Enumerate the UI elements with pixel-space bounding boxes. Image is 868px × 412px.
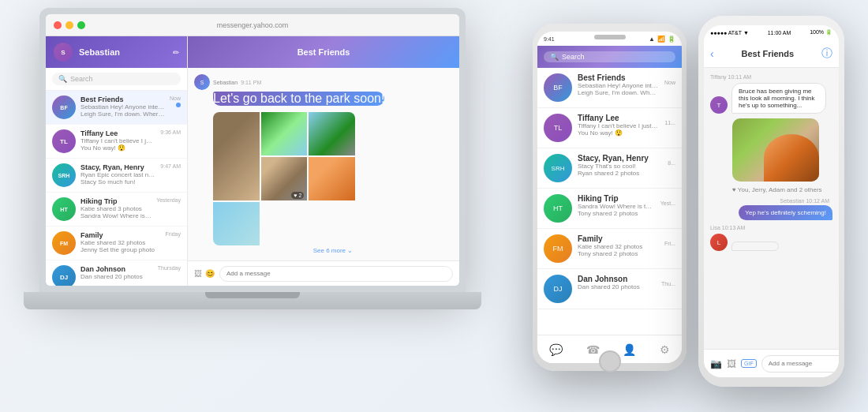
iphone2-chat-title: Best Friends [719,49,817,58]
chat-tab-icon[interactable]: 💬 [549,343,563,356]
conv-preview2: Jenny Set the group photo [80,246,161,253]
conv-preview2: Leigh Sure, I'm down. Where should... [80,110,165,118]
iphone2-statusbar: ●●●●● AT&T ▼ 11:00 AM 100% 🔋 [704,25,839,39]
laptop-body: messenger.yahoo.com S Sebastian ✏ 🔍 [39,8,466,292]
conv-info: Best Friends Sebastian Hey! Anyone inter… [80,96,165,118]
phone-conv-list: BF Best Friends Sebastian Hey! Anyone in… [537,68,682,335]
im-message-group: Tiffany 10:11 AM T Bruce has been giving… [710,74,832,114]
phone-conv-name: Hiking Trip [578,194,655,203]
conv-meta: Thursday [158,265,181,271]
emoji-icon[interactable]: 😊 [205,269,215,278]
conv-item-tiffany[interactable]: TL Tiffany Lee Tiffany I can't believe I… [46,125,187,159]
traffic-lights [54,21,85,29]
unread-badge [176,103,181,107]
call-tab-icon[interactable]: ☎ [586,343,600,356]
compose-icon[interactable]: ✏ [173,48,179,57]
phone-conv-preview2: Tony shared 2 photos [578,250,659,257]
laptop-titlebar: messenger.yahoo.com [46,14,459,36]
conv-name: Dan Johnson [80,265,153,273]
chat-messages: S Sebastian 9:11 PM Let's go back to the… [188,68,459,260]
photo-grid-container: ♥ 2 See 6 more ⌄ [213,112,453,256]
phone-conv-item-hiking[interactable]: HT Hiking Trip Sandra Wow! Where is this… [537,189,682,229]
phone-header: 🔍 Search [537,46,682,68]
conv-item-hiking[interactable]: HT Hiking Trip Katie shared 3 photos San… [46,193,187,227]
phone-conv-preview: Sebastian Hey! Anyone interested in... [578,82,659,89]
conv-meta: Yesterday [156,197,181,203]
photo-grid: ♥ 2 [213,112,355,245]
gif-button[interactable]: GIF [741,359,757,368]
phone-conv-avatar: FM [544,234,572,263]
conv-item-family[interactable]: FM Family Katie shared 32 photos Jenny S… [46,227,187,260]
phone-conv-preview2: Leigh Sure, I'm down. Where should... [578,89,659,96]
sidebar: S Sebastian ✏ 🔍 Search [46,36,188,286]
phone-conv-item-family[interactable]: FM Family Katie shared 32 photos Tony sh… [537,229,682,269]
see-more-button[interactable]: See 6 more ⌄ [213,245,453,256]
phone-conv-avatar: TL [544,114,572,142]
image-icon[interactable]: 🖼 [727,358,736,369]
phone-conv-time: Now [664,80,675,85]
message-input[interactable] [219,266,453,282]
phone-conv-preview: Dan shared 20 photos [578,283,656,290]
photo-cell-park [261,112,308,155]
image-icon[interactable]: 🖼 [194,269,202,278]
im-outgoing-time: Sebastian 10:12 AM [780,198,829,204]
conv-item-stacy[interactable]: SRH Stacy, Ryan, Henry Ryan Epic concert… [46,159,187,193]
conv-item-dan[interactable]: DJ Dan Johnson Dan shared 20 photos Thur… [46,260,187,286]
conv-time: Friday [166,231,181,237]
phone-conv-preview: Sandra Wow! Where is this Tony? [578,203,655,210]
laptop-screen: messenger.yahoo.com S Sebastian ✏ 🔍 [46,14,459,286]
back-button[interactable]: ‹ [710,47,714,60]
minimize-button[interactable] [65,21,73,29]
conv-meta: 9:47 AM [160,163,181,169]
conv-name: Stacy, Ryan, Henry [80,163,155,171]
input-icons: 🖼 😊 [194,269,215,278]
im-outgoing-bubble: Yep he's definitely scheming! [739,205,832,220]
phone-conv-preview: Stacy That's so cool! [578,163,662,170]
im-lisa-group: Lisa 10:13 AM L [710,225,832,251]
android-phone: 9:41 ▲ 📶 🔋 🔍 Search BF [533,24,687,371]
phone-screen: 9:41 ▲ 📶 🔋 🔍 Search BF [537,32,682,363]
maximize-button[interactable] [77,21,85,29]
message-sender: Sebastian [213,80,238,85]
conv-meta: 9:36 AM [160,129,181,135]
battery-icon: 🔋 [668,36,675,43]
phone-notch [594,35,626,39]
conv-preview2: Stacy So much fun! [80,178,155,185]
dog-photo-container [732,118,819,182]
photo-cell-extra [213,202,260,245]
conv-time: Now [170,96,181,101]
chat-header: Best Friends [188,36,459,68]
iphone2-screen: ●●●●● AT&T ▼ 11:00 AM 100% 🔋 ‹ Best Frie… [704,25,839,377]
phone-conv-item-dan[interactable]: DJ Dan Johnson Dan shared 20 photos Thu.… [537,269,682,309]
status-icons: ▲ 📶 🔋 [649,36,675,43]
conv-avatar: TL [52,129,76,153]
phone-conv-avatar: HT [544,194,572,223]
phone-body: 9:41 ▲ 📶 🔋 🔍 Search BF [533,24,687,371]
camera-icon[interactable]: 📷 [710,358,722,369]
photo-cell-dog3 [309,157,355,200]
iphone2-message-input[interactable] [761,355,839,373]
im-reaction: ♥ You, Jerry, Adam and 2 others [732,186,832,193]
phone-home-button[interactable] [599,350,621,373]
phone-conv-item-tiffany[interactable]: TL Tiffany Lee Tiffany I can't believe I… [537,108,682,148]
phone-conv-name: Best Friends [578,73,659,82]
phone-conv-preview2: You No way! 😲 [578,129,659,137]
conv-meta: Friday [166,231,181,237]
close-button[interactable] [54,21,62,29]
conv-time: 9:47 AM [160,163,181,169]
settings-tab-icon[interactable]: ⚙ [660,343,670,356]
info-button[interactable]: ⓘ [821,47,832,61]
conv-item-best-friends[interactable]: BF Best Friends Sebastian Hey! Anyone in… [46,91,187,125]
phone-conv-time: Fri... [664,241,675,246]
profile-tab-icon[interactable]: 👤 [623,343,636,356]
url-bar: messenger.yahoo.com [217,21,289,29]
message-avatar: S [194,74,210,90]
sidebar-search[interactable]: 🔍 Search [46,68,187,91]
phone-conv-item-stacy[interactable]: SRH Stacy, Ryan, Henry Stacy That's so c… [537,148,682,189]
phone-conv-avatar: DJ [544,275,572,303]
conv-preview: Tiffany I can't believe I just ran into.… [80,137,155,144]
phone-conv-info: Tiffany Lee Tiffany I can't believe I ju… [578,114,659,137]
phone-conv-preview2: Tony shared 2 photos [578,210,655,217]
phone-search-box[interactable]: 🔍 Search [544,51,675,62]
phone-conv-item-bf[interactable]: BF Best Friends Sebastian Hey! Anyone in… [537,68,682,108]
